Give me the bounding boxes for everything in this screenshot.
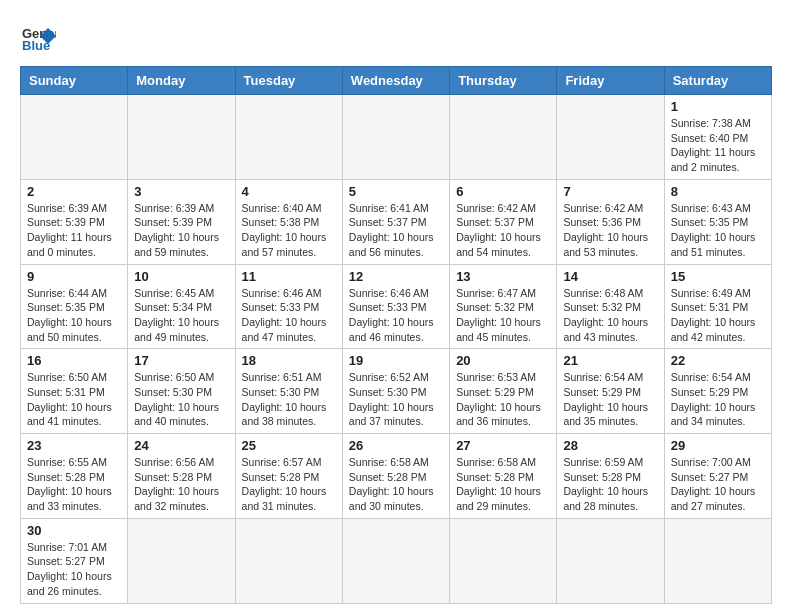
day-number: 30: [27, 523, 121, 538]
day-number: 24: [134, 438, 228, 453]
day-info: Sunrise: 7:01 AM Sunset: 5:27 PM Dayligh…: [27, 540, 121, 599]
calendar-day-cell: [450, 95, 557, 180]
calendar-day-cell: 19Sunrise: 6:52 AM Sunset: 5:30 PM Dayli…: [342, 349, 449, 434]
day-number: 12: [349, 269, 443, 284]
day-info: Sunrise: 6:50 AM Sunset: 5:31 PM Dayligh…: [27, 370, 121, 429]
day-number: 19: [349, 353, 443, 368]
day-info: Sunrise: 7:00 AM Sunset: 5:27 PM Dayligh…: [671, 455, 765, 514]
day-info: Sunrise: 6:50 AM Sunset: 5:30 PM Dayligh…: [134, 370, 228, 429]
day-number: 3: [134, 184, 228, 199]
day-info: Sunrise: 6:54 AM Sunset: 5:29 PM Dayligh…: [671, 370, 765, 429]
calendar-day-cell: [557, 518, 664, 603]
day-number: 20: [456, 353, 550, 368]
calendar-day-cell: [342, 518, 449, 603]
calendar-week-row: 9Sunrise: 6:44 AM Sunset: 5:35 PM Daylig…: [21, 264, 772, 349]
day-info: Sunrise: 7:38 AM Sunset: 6:40 PM Dayligh…: [671, 116, 765, 175]
day-info: Sunrise: 6:41 AM Sunset: 5:37 PM Dayligh…: [349, 201, 443, 260]
day-number: 16: [27, 353, 121, 368]
day-number: 27: [456, 438, 550, 453]
calendar-day-cell: 9Sunrise: 6:44 AM Sunset: 5:35 PM Daylig…: [21, 264, 128, 349]
calendar-day-cell: [21, 95, 128, 180]
day-number: 7: [563, 184, 657, 199]
day-number: 8: [671, 184, 765, 199]
day-number: 14: [563, 269, 657, 284]
day-info: Sunrise: 6:42 AM Sunset: 5:37 PM Dayligh…: [456, 201, 550, 260]
calendar-week-row: 16Sunrise: 6:50 AM Sunset: 5:31 PM Dayli…: [21, 349, 772, 434]
day-info: Sunrise: 6:42 AM Sunset: 5:36 PM Dayligh…: [563, 201, 657, 260]
logo-icon: General Blue: [20, 20, 56, 56]
calendar-day-cell: 8Sunrise: 6:43 AM Sunset: 5:35 PM Daylig…: [664, 179, 771, 264]
day-number: 15: [671, 269, 765, 284]
calendar-day-cell: 26Sunrise: 6:58 AM Sunset: 5:28 PM Dayli…: [342, 434, 449, 519]
day-info: Sunrise: 6:43 AM Sunset: 5:35 PM Dayligh…: [671, 201, 765, 260]
day-info: Sunrise: 6:52 AM Sunset: 5:30 PM Dayligh…: [349, 370, 443, 429]
calendar-day-cell: 13Sunrise: 6:47 AM Sunset: 5:32 PM Dayli…: [450, 264, 557, 349]
day-number: 6: [456, 184, 550, 199]
page-header: General Blue: [20, 20, 772, 56]
calendar-day-cell: 16Sunrise: 6:50 AM Sunset: 5:31 PM Dayli…: [21, 349, 128, 434]
calendar-day-cell: 7Sunrise: 6:42 AM Sunset: 5:36 PM Daylig…: [557, 179, 664, 264]
day-number: 21: [563, 353, 657, 368]
calendar-week-row: 30Sunrise: 7:01 AM Sunset: 5:27 PM Dayli…: [21, 518, 772, 603]
weekday-header-wednesday: Wednesday: [342, 67, 449, 95]
calendar-day-cell: [235, 95, 342, 180]
day-number: 1: [671, 99, 765, 114]
day-number: 17: [134, 353, 228, 368]
day-number: 29: [671, 438, 765, 453]
calendar-day-cell: 5Sunrise: 6:41 AM Sunset: 5:37 PM Daylig…: [342, 179, 449, 264]
day-info: Sunrise: 6:54 AM Sunset: 5:29 PM Dayligh…: [563, 370, 657, 429]
calendar-table: SundayMondayTuesdayWednesdayThursdayFrid…: [20, 66, 772, 604]
calendar-day-cell: 10Sunrise: 6:45 AM Sunset: 5:34 PM Dayli…: [128, 264, 235, 349]
day-number: 18: [242, 353, 336, 368]
weekday-header-sunday: Sunday: [21, 67, 128, 95]
day-info: Sunrise: 6:57 AM Sunset: 5:28 PM Dayligh…: [242, 455, 336, 514]
calendar-day-cell: 21Sunrise: 6:54 AM Sunset: 5:29 PM Dayli…: [557, 349, 664, 434]
weekday-header-tuesday: Tuesday: [235, 67, 342, 95]
weekday-header-thursday: Thursday: [450, 67, 557, 95]
weekday-header-row: SundayMondayTuesdayWednesdayThursdayFrid…: [21, 67, 772, 95]
day-info: Sunrise: 6:39 AM Sunset: 5:39 PM Dayligh…: [134, 201, 228, 260]
day-number: 11: [242, 269, 336, 284]
calendar-day-cell: [557, 95, 664, 180]
logo: General Blue: [20, 20, 56, 56]
calendar-day-cell: 14Sunrise: 6:48 AM Sunset: 5:32 PM Dayli…: [557, 264, 664, 349]
day-info: Sunrise: 6:58 AM Sunset: 5:28 PM Dayligh…: [349, 455, 443, 514]
day-info: Sunrise: 6:55 AM Sunset: 5:28 PM Dayligh…: [27, 455, 121, 514]
day-info: Sunrise: 6:39 AM Sunset: 5:39 PM Dayligh…: [27, 201, 121, 260]
day-info: Sunrise: 6:56 AM Sunset: 5:28 PM Dayligh…: [134, 455, 228, 514]
calendar-day-cell: 28Sunrise: 6:59 AM Sunset: 5:28 PM Dayli…: [557, 434, 664, 519]
day-info: Sunrise: 6:59 AM Sunset: 5:28 PM Dayligh…: [563, 455, 657, 514]
calendar-day-cell: 29Sunrise: 7:00 AM Sunset: 5:27 PM Dayli…: [664, 434, 771, 519]
day-number: 23: [27, 438, 121, 453]
day-number: 4: [242, 184, 336, 199]
day-info: Sunrise: 6:46 AM Sunset: 5:33 PM Dayligh…: [349, 286, 443, 345]
day-info: Sunrise: 6:48 AM Sunset: 5:32 PM Dayligh…: [563, 286, 657, 345]
calendar-day-cell: 23Sunrise: 6:55 AM Sunset: 5:28 PM Dayli…: [21, 434, 128, 519]
calendar-day-cell: 30Sunrise: 7:01 AM Sunset: 5:27 PM Dayli…: [21, 518, 128, 603]
day-info: Sunrise: 6:46 AM Sunset: 5:33 PM Dayligh…: [242, 286, 336, 345]
calendar-day-cell: 27Sunrise: 6:58 AM Sunset: 5:28 PM Dayli…: [450, 434, 557, 519]
calendar-day-cell: 3Sunrise: 6:39 AM Sunset: 5:39 PM Daylig…: [128, 179, 235, 264]
day-number: 26: [349, 438, 443, 453]
day-number: 13: [456, 269, 550, 284]
calendar-day-cell: [235, 518, 342, 603]
calendar-day-cell: 6Sunrise: 6:42 AM Sunset: 5:37 PM Daylig…: [450, 179, 557, 264]
calendar-day-cell: 24Sunrise: 6:56 AM Sunset: 5:28 PM Dayli…: [128, 434, 235, 519]
day-info: Sunrise: 6:45 AM Sunset: 5:34 PM Dayligh…: [134, 286, 228, 345]
calendar-day-cell: 11Sunrise: 6:46 AM Sunset: 5:33 PM Dayli…: [235, 264, 342, 349]
calendar-day-cell: [450, 518, 557, 603]
calendar-day-cell: 25Sunrise: 6:57 AM Sunset: 5:28 PM Dayli…: [235, 434, 342, 519]
calendar-day-cell: 15Sunrise: 6:49 AM Sunset: 5:31 PM Dayli…: [664, 264, 771, 349]
day-number: 22: [671, 353, 765, 368]
calendar-day-cell: 18Sunrise: 6:51 AM Sunset: 5:30 PM Dayli…: [235, 349, 342, 434]
weekday-header-monday: Monday: [128, 67, 235, 95]
calendar-day-cell: [342, 95, 449, 180]
weekday-header-friday: Friday: [557, 67, 664, 95]
calendar-day-cell: 22Sunrise: 6:54 AM Sunset: 5:29 PM Dayli…: [664, 349, 771, 434]
calendar-week-row: 2Sunrise: 6:39 AM Sunset: 5:39 PM Daylig…: [21, 179, 772, 264]
day-number: 9: [27, 269, 121, 284]
day-info: Sunrise: 6:58 AM Sunset: 5:28 PM Dayligh…: [456, 455, 550, 514]
day-number: 2: [27, 184, 121, 199]
day-info: Sunrise: 6:51 AM Sunset: 5:30 PM Dayligh…: [242, 370, 336, 429]
day-info: Sunrise: 6:44 AM Sunset: 5:35 PM Dayligh…: [27, 286, 121, 345]
